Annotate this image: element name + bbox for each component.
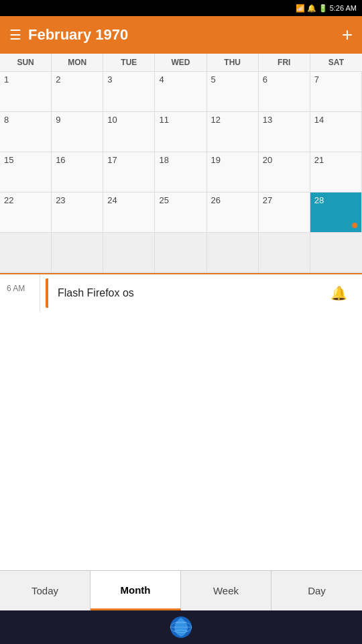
day-number: 16 [56, 155, 65, 165]
day-number: 13 [263, 115, 272, 125]
calendar-day[interactable]: 13 [259, 112, 310, 152]
day-detail-panel: 6 AM Flash Firefox os 🔔 [0, 273, 362, 312]
day-number: 5 [211, 74, 216, 85]
status-icons: 📶 🔔 🔋 5:26 AM [296, 4, 357, 13]
calendar-day[interactable]: 12 [207, 112, 259, 152]
status-bar: 📶 🔔 🔋 5:26 AM [0, 0, 362, 16]
header-title: February 1970 [28, 26, 128, 44]
calendar-day[interactable]: 24 [103, 193, 155, 233]
calendar-day[interactable]: 22 [0, 193, 52, 233]
time-display: 5:26 AM [330, 4, 357, 12]
day-number: 24 [107, 195, 117, 205]
signal-icon: 📶 [296, 4, 305, 13]
tab-day[interactable]: Day [272, 571, 362, 610]
day-number: 20 [263, 155, 272, 165]
day-number: 3 [107, 74, 112, 85]
firefox-globe-icon [169, 615, 193, 639]
day-number: 14 [314, 115, 324, 125]
day-number: 9 [56, 115, 60, 125]
calendar-day[interactable]: 28 [310, 193, 362, 233]
day-number: 10 [107, 115, 117, 125]
event-title: Flash Firefox os [58, 287, 134, 299]
calendar-day[interactable]: 1 [0, 72, 52, 112]
calendar-day[interactable]: 9 [52, 112, 103, 152]
day-number: 21 [314, 155, 324, 165]
calendar-day [259, 233, 310, 273]
battery-icon: 🔋 [318, 4, 328, 13]
weekday-sat: SAT [310, 54, 362, 71]
calendar-grid: 1234567891011121314151617181920212223242… [0, 72, 362, 273]
weekday-mon: MON [52, 54, 103, 71]
tab-today[interactable]: Today [0, 571, 90, 610]
calendar-day[interactable]: 17 [103, 152, 155, 193]
calendar-day[interactable]: 19 [207, 152, 259, 193]
tab-month[interactable]: Month [90, 571, 181, 610]
alarm-icon: 🔔 [307, 4, 316, 13]
day-number: 25 [159, 195, 168, 205]
nav-bar-bottom [0, 610, 362, 644]
calendar-day[interactable]: 4 [155, 72, 206, 112]
weekday-thu: THU [207, 54, 259, 71]
calendar-day[interactable]: 27 [259, 193, 310, 233]
day-number: 27 [263, 195, 272, 205]
calendar-day[interactable]: 15 [0, 152, 52, 193]
calendar-day [103, 233, 155, 273]
weekday-wed: WED [155, 54, 206, 71]
day-number: 17 [107, 155, 117, 165]
calendar-day[interactable]: 11 [155, 112, 206, 152]
nav-tabs: Today Month Week Day [0, 570, 362, 610]
calendar-day[interactable]: 14 [310, 112, 362, 152]
weekday-tue: TUE [103, 54, 155, 71]
calendar-day[interactable]: 8 [0, 112, 52, 152]
calendar-day [52, 233, 103, 273]
calendar-day[interactable]: 20 [259, 152, 310, 193]
calendar-day[interactable]: 7 [310, 72, 362, 112]
bell-icon[interactable]: 🔔 [330, 285, 347, 301]
day-number: 22 [4, 195, 13, 205]
day-number: 12 [211, 115, 221, 125]
calendar-day[interactable]: 16 [52, 152, 103, 193]
day-number: 15 [4, 155, 13, 165]
content-area [0, 312, 362, 600]
header: ☰ February 1970 + [0, 16, 362, 54]
day-number: 18 [159, 155, 168, 165]
calendar-day[interactable]: 6 [259, 72, 310, 112]
calendar-day[interactable]: 18 [155, 152, 206, 193]
calendar-day[interactable]: 21 [310, 152, 362, 193]
time-label: 6 AM [0, 274, 40, 312]
add-event-button[interactable]: + [342, 24, 353, 46]
tab-week[interactable]: Week [181, 571, 272, 610]
event-entry[interactable]: Flash Firefox os 🔔 [46, 278, 357, 308]
calendar-day[interactable]: 2 [52, 72, 103, 112]
bottom-nav: Today Month Week Day [0, 570, 362, 644]
day-number: 23 [56, 195, 65, 205]
day-number: 1 [4, 74, 9, 85]
weekday-header: SUN MON TUE WED THU FRI SAT [0, 54, 362, 72]
day-number: 4 [159, 74, 164, 85]
menu-icon[interactable]: ☰ [9, 27, 21, 43]
weekday-sun: SUN [0, 54, 52, 71]
calendar-day[interactable]: 5 [207, 72, 259, 112]
day-number: 6 [263, 74, 267, 85]
day-number: 19 [211, 155, 221, 165]
weekday-fri: FRI [259, 54, 310, 71]
day-number: 26 [211, 195, 221, 205]
calendar-day [207, 233, 259, 273]
calendar-day[interactable]: 26 [207, 193, 259, 233]
calendar-day [310, 233, 362, 273]
day-number: 2 [56, 74, 60, 85]
calendar-day[interactable]: 25 [155, 193, 206, 233]
day-number: 11 [159, 115, 168, 125]
day-number: 8 [4, 115, 9, 125]
calendar-day[interactable]: 10 [103, 112, 155, 152]
header-left: ☰ February 1970 [9, 26, 128, 44]
calendar-day [155, 233, 206, 273]
day-number: 28 [314, 195, 324, 205]
calendar-day[interactable]: 3 [103, 72, 155, 112]
event-dot [352, 223, 357, 228]
day-number: 7 [314, 74, 319, 85]
calendar-day[interactable]: 23 [52, 193, 103, 233]
calendar-day [0, 233, 52, 273]
